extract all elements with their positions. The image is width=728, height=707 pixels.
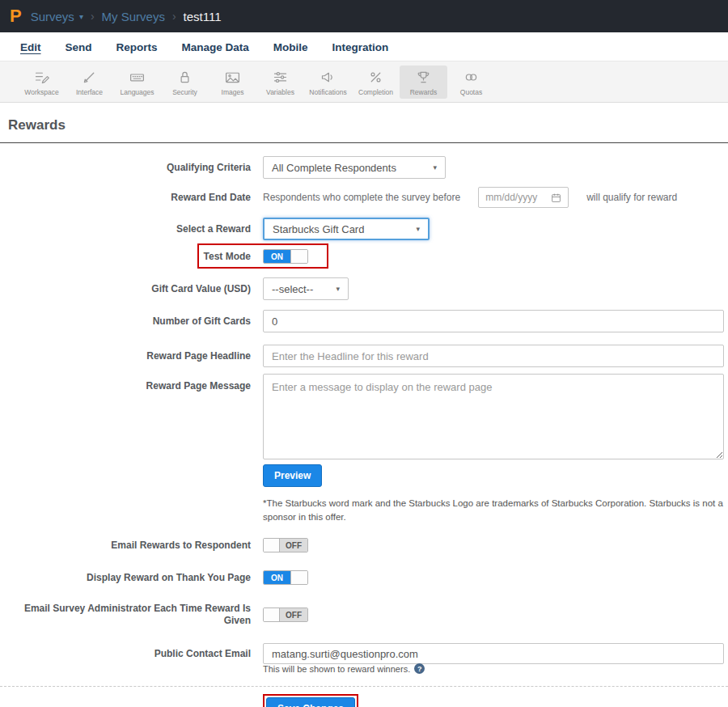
select-reward-select[interactable]: Starbucks Gift Card ▾	[263, 218, 430, 240]
reward-page-message-label: Reward Page Message	[0, 374, 251, 392]
qualifying-criteria-value: All Complete Respondents	[272, 162, 396, 174]
menu-item-manage-data[interactable]: Manage Data	[182, 41, 249, 53]
toggle-knob	[290, 571, 307, 584]
menu-item-integration[interactable]: Integration	[332, 41, 389, 53]
menu-item-mobile[interactable]: Mobile	[273, 41, 308, 53]
toolbar-item-label: Variables	[266, 88, 294, 96]
calendar-icon[interactable]	[551, 193, 561, 203]
rewards-icon	[415, 69, 432, 86]
menu-item-send[interactable]: Send	[66, 41, 92, 53]
quotas-icon	[463, 69, 480, 86]
gift-card-value-select[interactable]: --select-- ▾	[263, 277, 349, 300]
toggle-state-label: OFF	[280, 608, 307, 621]
section-divider	[0, 686, 728, 687]
select-reward-label: Select a Reward	[0, 223, 251, 235]
toolbar-item-security[interactable]: Security	[161, 66, 209, 99]
gift-card-value-value: --select--	[272, 283, 313, 295]
questionpro-logo[interactable]: P	[10, 6, 22, 27]
qualifying-criteria-label: Qualifying Criteria	[0, 162, 251, 174]
toolbar-item-images[interactable]: Images	[209, 66, 256, 99]
chevron-down-icon: ▾	[416, 225, 420, 233]
chevron-down-icon: ▾	[433, 163, 437, 171]
rewards-form: Qualifying Criteria All Complete Respond…	[0, 143, 728, 707]
chevron-down-icon: ▾	[336, 285, 340, 293]
chevron-separator-icon: ›	[91, 10, 95, 23]
toggle-knob	[264, 539, 280, 552]
public-contact-email-label: Public Contact Email	[0, 648, 251, 660]
chevron-down-icon[interactable]: ▾	[79, 12, 83, 21]
help-icon[interactable]: ?	[414, 663, 425, 674]
toolbar-item-label: Languages	[120, 88, 154, 96]
annotation-box-save-changes: Save Changes	[263, 694, 358, 707]
toolbar-item-languages[interactable]: Languages	[113, 66, 161, 99]
toolbar-item-quotas[interactable]: Quotas	[447, 66, 495, 99]
breadcrumb-survey-name: test111	[184, 10, 222, 23]
number-of-gift-cards-input[interactable]	[263, 310, 724, 332]
breadcrumb-surveys[interactable]: Surveys	[31, 10, 74, 23]
images-icon	[224, 69, 241, 86]
menu-item-reports[interactable]: Reports	[116, 41, 158, 53]
display-reward-label: Display Reward on Thank You Page	[0, 572, 251, 584]
toggle-state-label: OFF	[280, 539, 307, 552]
interface-icon	[81, 69, 98, 86]
reward-end-date-placeholder: mm/dd/yyyy	[485, 192, 537, 203]
notifications-icon	[320, 69, 336, 86]
security-icon	[176, 69, 193, 86]
toggle-knob	[264, 608, 280, 621]
toolbar-item-rewards[interactable]: Rewards	[400, 66, 447, 99]
toolbar-item-notifications[interactable]: Notifications	[304, 66, 352, 99]
reward-end-date-label: Reward End Date	[0, 192, 251, 204]
preview-button[interactable]: Preview	[263, 464, 322, 487]
gift-card-value-label: Gift Card Value (USD)	[0, 283, 251, 295]
toolbar-item-label: Rewards	[410, 88, 438, 96]
email-admin-label: Email Survey Administrator Each Time Rew…	[0, 603, 251, 627]
toolbar-item-label: Workspace	[24, 88, 58, 96]
chevron-separator-icon: ›	[172, 10, 176, 23]
save-changes-button[interactable]: Save Changes	[266, 697, 355, 707]
menu-item-edit[interactable]: Edit	[20, 41, 41, 53]
languages-icon	[129, 69, 146, 86]
reward-page-message-textarea[interactable]	[263, 374, 724, 459]
toolbar-item-label: Images	[222, 88, 244, 96]
number-of-gift-cards-label: Number of Gift Cards	[0, 315, 251, 328]
starbucks-disclaimer: *The Starbucks word mark and the Starbuc…	[263, 497, 724, 523]
completion-icon	[367, 69, 384, 86]
topbar: P Surveys ▾ › My Surveys › test111	[0, 0, 728, 32]
toolbar-item-workspace[interactable]: Workspace	[18, 66, 66, 99]
toolbar-item-interface[interactable]: Interface	[66, 66, 113, 99]
toolbar-item-label: Completion	[358, 88, 393, 96]
variables-icon	[272, 69, 289, 86]
display-reward-toggle[interactable]: ON	[263, 570, 308, 585]
breadcrumb-my-surveys[interactable]: My Surveys	[102, 10, 165, 23]
qualifying-criteria-select[interactable]: All Complete Respondents ▾	[263, 156, 446, 179]
email-admin-toggle[interactable]: OFF	[263, 608, 308, 622]
test-mode-label: Test Mode	[0, 251, 251, 263]
main-menu: Edit Send Reports Manage Data Mobile Int…	[0, 32, 728, 61]
toolbar-item-completion[interactable]: Completion	[352, 66, 400, 99]
page-title: Rewards	[8, 117, 728, 133]
email-rewards-label: Email Rewards to Respondent	[0, 540, 251, 552]
public-contact-email-input[interactable]	[263, 643, 724, 664]
toolbar-item-label: Interface	[76, 88, 103, 96]
reward-page-headline-label: Reward Page Headline	[0, 350, 251, 362]
public-email-help-text: This will be shown to reward winners.	[263, 664, 410, 674]
workspace-icon	[33, 69, 50, 86]
toolbar-item-label: Quotas	[460, 88, 482, 96]
toggle-state-label: ON	[264, 250, 290, 263]
select-reward-value: Starbucks Gift Card	[273, 223, 364, 235]
email-rewards-toggle[interactable]: OFF	[263, 538, 308, 552]
reward-end-date-suffix: will qualify for reward	[586, 192, 677, 203]
reward-end-date-input[interactable]: mm/dd/yyyy	[478, 187, 569, 208]
toggle-state-label: ON	[264, 571, 290, 584]
reward-end-date-prefix: Respondents who complete the survey befo…	[263, 192, 460, 203]
edit-toolbar: Workspace Interface Languages Security I…	[0, 61, 728, 103]
reward-page-headline-input[interactable]	[263, 345, 724, 367]
toolbar-item-label: Security	[172, 88, 197, 96]
toolbar-item-variables[interactable]: Variables	[256, 66, 304, 99]
toggle-knob	[290, 250, 307, 263]
test-mode-toggle[interactable]: ON	[263, 249, 308, 264]
toolbar-item-label: Notifications	[309, 88, 346, 96]
